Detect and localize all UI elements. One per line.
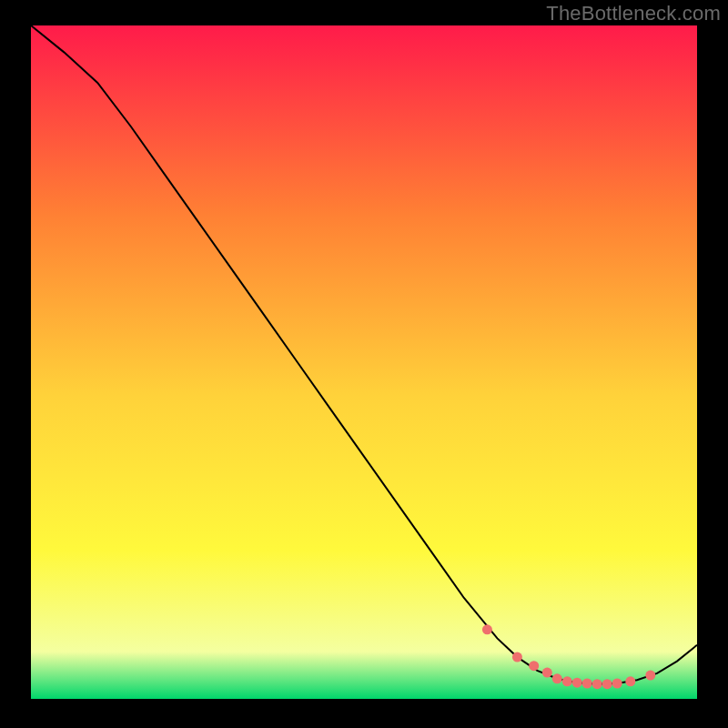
marker-dot: [582, 679, 592, 689]
marker-dot: [592, 679, 602, 689]
marker-dot: [612, 679, 622, 689]
marker-dot: [562, 676, 572, 686]
marker-dot: [602, 679, 612, 689]
marker-dot: [625, 676, 635, 686]
marker-dot: [645, 671, 655, 681]
marker-dot: [482, 624, 492, 634]
chart-frame: TheBottleneck.com: [0, 0, 728, 728]
marker-dot: [572, 678, 582, 688]
marker-dot: [542, 668, 552, 678]
marker-dot: [552, 673, 562, 683]
watermark-text: TheBottleneck.com: [546, 2, 721, 25]
chart-svg: [31, 25, 697, 699]
chart-plot-area: [31, 25, 697, 699]
marker-dot: [512, 652, 522, 662]
marker-dot: [529, 661, 539, 671]
